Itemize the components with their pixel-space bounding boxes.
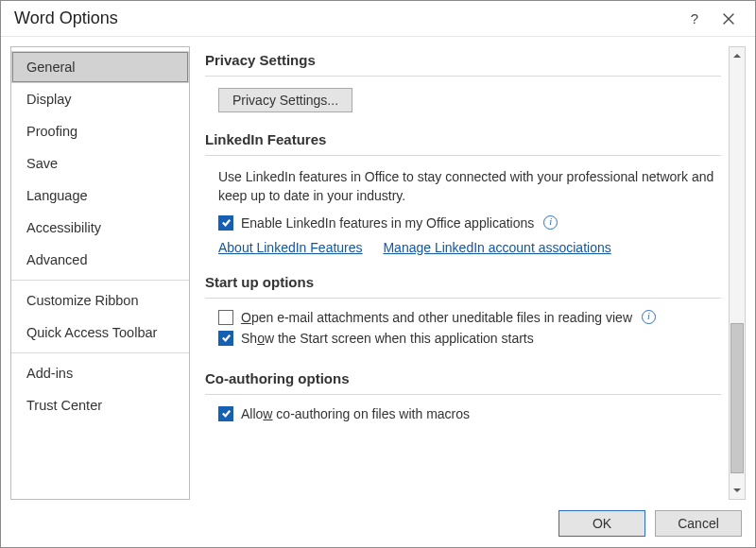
- scroll-track[interactable]: [730, 64, 745, 482]
- scroll-up-button[interactable]: [730, 47, 745, 64]
- ok-button[interactable]: OK: [558, 510, 645, 537]
- linkedin-enable-checkbox[interactable]: [218, 215, 233, 231]
- linkedin-enable-label[interactable]: Enable LinkedIn features in my Office ap…: [241, 215, 534, 231]
- sidebar-item-customize-ribbon[interactable]: Customize Ribbon: [11, 284, 189, 317]
- show-start-screen-checkbox[interactable]: [218, 331, 233, 346]
- sidebar-item-save[interactable]: Save: [11, 147, 189, 180]
- category-list: GeneralDisplayProofingSaveLanguageAccess…: [10, 46, 190, 500]
- sidebar-separator: [11, 280, 189, 281]
- linkedin-description: Use LinkedIn features in Office to stay …: [218, 167, 721, 206]
- dialog-footer: OK Cancel: [1, 500, 755, 547]
- sidebar-item-trust-center[interactable]: Trust Center: [11, 389, 189, 421]
- info-icon[interactable]: i: [642, 310, 656, 324]
- titlebar: Word Options ?: [1, 1, 755, 37]
- section-coauth-title: Co-authoring options: [205, 370, 721, 386]
- section-privacy-title: Privacy Settings: [205, 52, 721, 68]
- sidebar-item-proofing[interactable]: Proofing: [11, 115, 189, 147]
- sidebar-separator: [11, 352, 189, 353]
- close-icon[interactable]: [712, 1, 746, 36]
- allow-coauthoring-macros-label[interactable]: Allow co-authoring on files with macros: [241, 406, 470, 421]
- sidebar-item-add-ins[interactable]: Add-ins: [11, 357, 189, 389]
- cancel-button[interactable]: Cancel: [655, 510, 742, 537]
- help-icon[interactable]: ?: [678, 1, 712, 36]
- section-startup-title: Start up options: [205, 274, 721, 290]
- divider: [205, 76, 721, 77]
- content-panel: Privacy Settings Privacy Settings... Lin…: [205, 46, 727, 500]
- client-area: GeneralDisplayProofingSaveLanguageAccess…: [1, 37, 755, 500]
- word-options-dialog: Word Options ? GeneralDisplayProofingSav…: [0, 0, 756, 548]
- privacy-settings-button[interactable]: Privacy Settings...: [218, 88, 352, 112]
- section-linkedin-title: LinkedIn Features: [205, 131, 721, 147]
- sidebar-item-advanced[interactable]: Advanced: [11, 244, 189, 276]
- info-icon[interactable]: i: [543, 215, 558, 230]
- sidebar-item-accessibility[interactable]: Accessibility: [11, 212, 189, 244]
- open-attachments-reading-checkbox[interactable]: [218, 310, 233, 325]
- scroll-down-button[interactable]: [730, 482, 745, 499]
- divider: [205, 298, 721, 299]
- sidebar-item-language[interactable]: Language: [11, 180, 189, 212]
- divider: [205, 155, 721, 156]
- sidebar-item-general[interactable]: General: [11, 51, 189, 83]
- manage-linkedin-link[interactable]: Manage LinkedIn account associations: [383, 240, 610, 255]
- divider: [205, 394, 721, 395]
- sidebar-item-quick-access-toolbar[interactable]: Quick Access Toolbar: [11, 317, 189, 349]
- dialog-title: Word Options: [14, 9, 678, 28]
- allow-coauthoring-macros-checkbox[interactable]: [218, 406, 233, 421]
- open-attachments-reading-label[interactable]: Open e-mail attachments and other unedit…: [241, 310, 632, 325]
- about-linkedin-link[interactable]: About LinkedIn Features: [218, 240, 363, 255]
- show-start-screen-label[interactable]: Show the Start screen when this applicat…: [241, 331, 534, 346]
- vertical-scrollbar[interactable]: [729, 46, 746, 500]
- scroll-thumb[interactable]: [730, 323, 744, 473]
- sidebar-item-display[interactable]: Display: [11, 83, 189, 115]
